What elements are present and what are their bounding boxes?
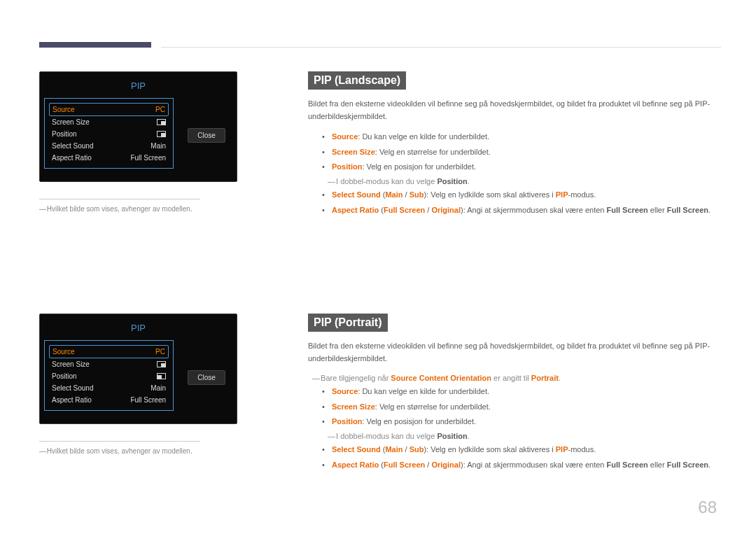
osd-row-screensize[interactable]: Screen Size [49,358,169,370]
term: Select Sound [332,190,381,199]
heading-landscape: PIP (Landscape) [308,71,406,90]
intro-text: Bildet fra den eksterne videokilden vil … [308,98,714,122]
bullet-list-2: Select Sound (Main / Sub): Velg en lydki… [322,442,714,472]
term: Position [332,417,362,426]
sub-note: I dobbel-modus kan du velge Position. [328,175,714,188]
desc: : Du kan velge en kilde for underbildet. [358,132,489,141]
osd-label: Aspect Ratio [52,154,92,162]
osd-label: Position [52,372,77,380]
osd-menu: Source PC Screen Size Position Select So… [44,98,174,169]
osd-panel-portrait: PIP Source PC Screen Size Position Selec… [39,314,286,455]
close-button[interactable]: Close [188,370,225,385]
term: Source [332,387,358,395]
osd-value: Full Screen [130,396,166,404]
list-item: Select Sound (Main / Sub): Velg en lydki… [322,188,714,203]
osd-row-source[interactable]: Source PC [49,103,169,116]
osd-row-source[interactable]: Source PC [49,345,169,358]
osd-row-aspect[interactable]: Aspect Ratio Full Screen [49,152,169,164]
list-item: Source: Du kan velge en kilde for underb… [322,384,714,400]
model-note: Hvilket bilde som vises, avhenger av mod… [39,447,286,455]
osd-window: PIP Source PC Screen Size Position Selec… [39,71,237,182]
close-button[interactable]: Close [188,128,225,143]
osd-title: PIP [44,320,232,340]
sub-pre: I dobbel-modus kan du velge [336,177,437,185]
osd-label: Select Sound [52,142,94,150]
desc: : Du kan velge en kilde for underbildet. [358,387,489,395]
osd-value: Main [150,142,166,150]
osd-label: Select Sound [52,384,94,392]
term: Screen Size [332,402,375,411]
desc: : Velg en størrelse for underbildet. [375,148,491,156]
osd-value: PC [155,106,165,113]
osd-label: Source [52,106,75,113]
pip-position-icon [157,131,166,137]
osd-value: PC [155,348,165,356]
osd-menu: Source PC Screen Size Position Select So… [44,340,174,411]
osd-label: Screen Size [52,360,90,368]
sub-bold: Position [437,432,467,440]
sub-bold: Position [437,177,467,185]
osd-label: Source [52,348,75,356]
osd-label: Position [52,130,77,138]
osd-title: PIP [44,78,232,98]
list-item: Aspect Ratio (Full Screen / Original): A… [322,458,714,473]
osd-row-screensize[interactable]: Screen Size [49,116,169,128]
note-separator [39,441,200,442]
desc: : Velg en størrelse for underbildet. [375,402,491,411]
intro-text: Bildet fra den eksterne videokilden vil … [308,340,714,365]
osd-row-position[interactable]: Position [49,128,169,140]
header-accent [39,42,151,48]
osd-row-selectsound[interactable]: Select Sound Main [49,140,169,152]
bullet-list: Source: Du kan velge en kilde for underb… [322,384,714,430]
desc: : Velg en posisjon for underbildet. [362,162,476,171]
heading-portrait: PIP (Portrait) [308,314,388,332]
availability-note: Bare tilgjengelig når Source Content Ori… [312,372,714,384]
sub-pre: I dobbel-modus kan du velge [336,432,437,440]
term: Aspect Ratio [332,206,379,214]
list-item: Screen Size: Velg en størrelse for under… [322,400,714,415]
list-item: Screen Size: Velg en størrelse for under… [322,145,714,160]
list-item: Aspect Ratio (Full Screen / Original): A… [322,203,714,218]
section-landscape: PIP (Landscape) Bildet fra den eksterne … [308,71,714,218]
model-note: Hvilket bilde som vises, avhenger av mod… [39,205,286,213]
bullet-list: Source: Du kan velge en kilde for underb… [322,129,714,175]
page-number: 68 [698,498,717,517]
term: Position [332,162,362,171]
pip-position-icon [157,373,166,379]
list-item: Source: Du kan velge en kilde for underb… [322,129,714,145]
term: Aspect Ratio [332,461,379,469]
osd-window: PIP Source PC Screen Size Position Selec… [39,314,237,424]
sub-note: I dobbel-modus kan du velge Position. [328,430,714,442]
osd-label: Screen Size [52,118,90,126]
osd-row-selectsound[interactable]: Select Sound Main [49,382,169,394]
osd-row-aspect[interactable]: Aspect Ratio Full Screen [49,394,169,406]
osd-panel-landscape: PIP Source PC Screen Size Position Selec… [39,71,286,213]
osd-row-position[interactable]: Position [49,370,169,382]
bullet-list-2: Select Sound (Main / Sub): Velg en lydki… [322,188,714,218]
term: Select Sound [332,445,381,454]
term: Screen Size [332,148,375,156]
osd-label: Aspect Ratio [52,396,92,404]
pip-size-icon [157,361,166,367]
note-separator [39,199,200,199]
osd-value: Main [150,384,166,392]
term: Source [332,132,358,141]
pip-size-icon [157,119,166,125]
header-rule [161,47,721,48]
desc: : Velg en posisjon for underbildet. [362,417,476,426]
list-item: Position: Velg en posisjon for underbild… [322,414,714,430]
section-portrait: PIP (Portrait) Bildet fra den eksterne v… [308,314,714,472]
osd-value: Full Screen [130,154,166,162]
list-item: Position: Velg en posisjon for underbild… [322,160,714,175]
list-item: Select Sound (Main / Sub): Velg en lydki… [322,442,714,458]
